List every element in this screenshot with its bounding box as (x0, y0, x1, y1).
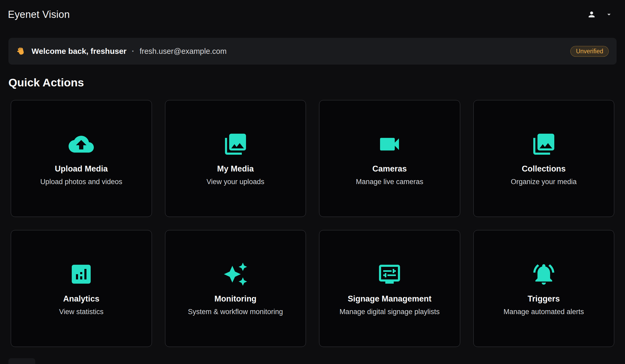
card-title: My Media (217, 164, 254, 174)
photo-library-icon (531, 131, 556, 157)
card-upload-media[interactable]: Upload Media Upload photos and videos (11, 100, 152, 217)
card-subtitle: Manage digital signage playlists (340, 308, 440, 316)
user-email: fresh.user@example.com (140, 47, 227, 56)
card-triggers[interactable]: Triggers Manage automated alerts (473, 230, 614, 347)
card-title: Cameras (372, 164, 407, 174)
partial-bottom-element (8, 358, 35, 364)
card-title: Analytics (63, 294, 99, 304)
app-title: Eyenet Vision (8, 9, 70, 20)
card-title: Collections (522, 164, 566, 174)
person-icon (587, 10, 596, 19)
cloud-upload-icon (69, 131, 94, 157)
card-subtitle: System & workflow monitoring (188, 308, 283, 316)
card-subtitle: Upload photos and videos (40, 178, 122, 186)
card-title: Upload Media (55, 164, 108, 174)
card-title: Triggers (528, 294, 560, 304)
card-subtitle: View statistics (59, 308, 104, 316)
header: Eyenet Vision (0, 0, 625, 29)
card-subtitle: Organize your media (511, 178, 577, 186)
card-signage-management[interactable]: Signage Management Manage digital signag… (319, 230, 460, 347)
quick-actions-heading: Quick Actions (8, 76, 625, 89)
user-menu-button[interactable] (587, 10, 613, 19)
videocam-icon (377, 131, 402, 157)
photo-library-icon (223, 131, 248, 157)
card-cameras[interactable]: Cameras Manage live cameras (319, 100, 460, 217)
card-title: Signage Management (348, 294, 432, 304)
card-monitoring[interactable]: Monitoring System & workflow monitoring (165, 230, 306, 347)
card-analytics[interactable]: Analytics View statistics (11, 230, 152, 347)
card-subtitle: Manage automated alerts (504, 308, 584, 316)
bell-icon (531, 261, 556, 287)
analytics-icon (69, 261, 94, 287)
display-settings-icon (377, 261, 402, 287)
separator-dot: · (132, 47, 134, 56)
unverified-badge: Unverified (570, 46, 609, 57)
caret-down-icon (605, 11, 613, 18)
welcome-banner: Welcome back, freshuser · fresh.user@exa… (8, 38, 617, 65)
card-title: Monitoring (214, 294, 257, 304)
waving-hand-icon (16, 46, 26, 56)
welcome-greeting: Welcome back, freshuser (32, 47, 126, 56)
quick-actions-grid: Upload Media Upload photos and videos My… (0, 100, 625, 347)
card-collections[interactable]: Collections Organize your media (473, 100, 614, 217)
sparkles-icon (223, 261, 248, 287)
card-my-media[interactable]: My Media View your uploads (165, 100, 306, 217)
card-subtitle: Manage live cameras (356, 178, 423, 186)
card-subtitle: View your uploads (207, 178, 264, 186)
